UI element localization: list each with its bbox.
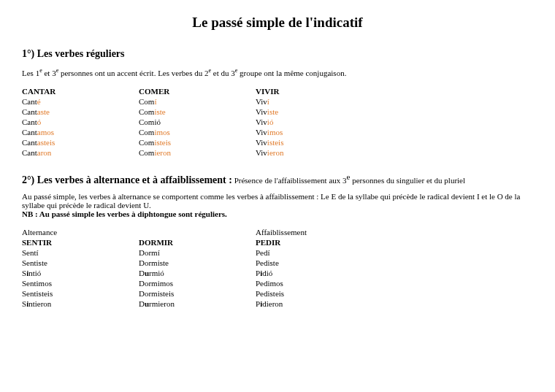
table-cell: Sentí [22, 247, 139, 258]
table-cell: Comiste [139, 107, 256, 117]
table-cell: Comió [139, 117, 256, 127]
table-cell: Dormisteis [139, 288, 256, 299]
verb-head-sentir: SENTIR [22, 237, 139, 247]
table-cell: Viviste [256, 107, 372, 117]
table-cell: Dormimos [139, 278, 256, 288]
table-cell: Durmieron [139, 299, 256, 309]
table-cell: Comimos [139, 127, 256, 137]
table-cell: Cantasteis [22, 137, 139, 147]
section1-heading: 1°) Les verbes réguliers [22, 48, 533, 60]
table-cell: Vivió [256, 117, 372, 127]
section2-sub: personnes du singulier et du pluriel [350, 176, 465, 185]
table-cell: Comieron [139, 147, 256, 158]
regular-verbs-table: CANTAR COMER VIVIR Canté Comí Viví Canta… [22, 86, 372, 158]
table-cell: Pediste [256, 258, 372, 268]
table-cell: Cantó [22, 117, 139, 127]
table-cell: Dormí [139, 247, 256, 258]
table-cell: Sentiste [22, 258, 139, 268]
section2-heading-line: 2°) Les verbes à alternance et à affaibl… [22, 172, 533, 186]
intro-text: personnes ont un accent écrit. Les verbe… [58, 69, 208, 77]
table-cell: Pidieron [256, 299, 372, 309]
section2-heading: 2°) Les verbes à alternance et à affaibl… [22, 174, 232, 185]
section2-nb: NB : Au passé simple les verbes à diphto… [22, 210, 533, 218]
table-cell: Sentisteis [22, 288, 139, 299]
section2-para: Au passé simple, les verbes à alternance… [22, 192, 533, 210]
table-cell: Pedí [256, 247, 372, 258]
table-cell: Vivieron [256, 147, 372, 158]
verb-head-pedir: PEDIR [256, 237, 372, 247]
table-cell: Sentimos [22, 278, 139, 288]
verb-head-vivir: VIVIR [256, 86, 372, 96]
section1-intro: Les 1e et 3e personnes ont un accent écr… [22, 67, 533, 77]
intro-text: et du 3 [211, 69, 235, 77]
table-cell: Cantamos [22, 127, 139, 137]
table-cell: Vivimos [256, 127, 372, 137]
table-cell: Viví [256, 96, 372, 107]
table-cell: Pidió [256, 268, 372, 278]
verb-head-comer: COMER [139, 86, 256, 96]
intro-text: Les 1 [22, 69, 39, 77]
col-label-affaiblissement: Affaiblissement [256, 227, 372, 237]
verb-head-cantar: CANTAR [22, 86, 139, 96]
table-cell: Pedimos [256, 278, 372, 288]
table-cell: Vivisteis [256, 137, 372, 147]
table-cell: Dormiste [139, 258, 256, 268]
verb-head-dormir: DORMIR [139, 237, 256, 247]
table-cell: Sintieron [22, 299, 139, 309]
col-label-alternance: Alternance [22, 227, 139, 237]
table-cell: Comí [139, 96, 256, 107]
intro-text: groupe ont la même conjugaison. [237, 69, 346, 77]
page-title: Le passé simple de l'indicatif [22, 15, 533, 31]
table-cell: Comisteis [139, 137, 256, 147]
section2-sub: Présence de l'affaiblissement aux 3 [232, 176, 347, 185]
intro-text: et 3 [42, 69, 56, 77]
alternance-table: Alternance Affaiblissement SENTIR DORMIR… [22, 227, 372, 309]
table-cell: Durmió [139, 268, 256, 278]
table-cell: Cantaron [22, 147, 139, 158]
table-cell: Pedisteis [256, 288, 372, 299]
table-cell: Cantaste [22, 107, 139, 117]
table-cell: Sintió [22, 268, 139, 278]
table-cell: Canté [22, 96, 139, 107]
